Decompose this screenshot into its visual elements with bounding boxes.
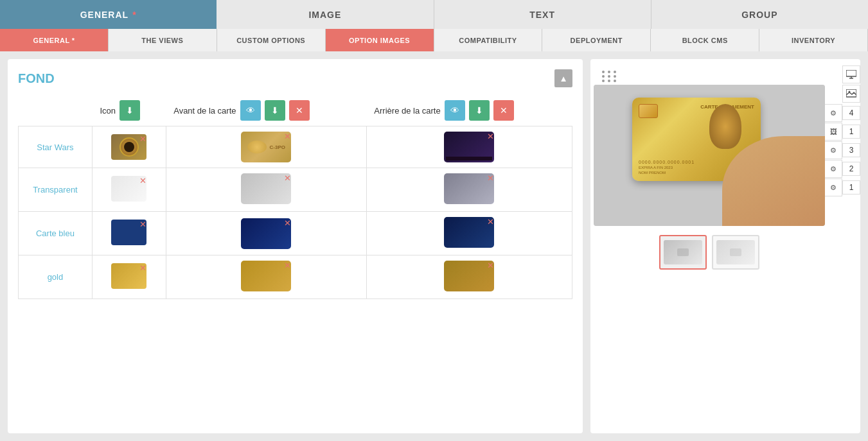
delete-icon-g-avant[interactable]: ✕ xyxy=(284,261,291,270)
tab-image[interactable]: IMAGE xyxy=(217,0,434,29)
settings-button-2[interactable]: ⚙ xyxy=(824,160,842,178)
tab-group[interactable]: GROUP xyxy=(651,0,868,29)
ctrl-row-4: ⚙ 4 xyxy=(824,104,860,122)
table-row: gold ✕ ✕ xyxy=(19,255,572,299)
row-label-cartebleu: Carte bleu xyxy=(19,212,93,255)
settings-button-4[interactable]: ⚙ xyxy=(824,104,842,122)
card-chip xyxy=(639,104,658,118)
controls-group-1: ⚙ 4 🖼 1 ⚙ 3 ⚙ 2 ⚙ 1 xyxy=(824,104,860,196)
right-controls-panel: ⚙ 4 🖼 1 ⚙ 3 ⚙ 2 ⚙ 1 xyxy=(824,65,860,196)
arriere-cell-transparent: ✕ xyxy=(366,168,572,212)
delete-icon-tr-avant[interactable]: ✕ xyxy=(284,173,291,183)
arriere-cell-cartebleu: ✕ xyxy=(366,212,572,255)
ctrl-row-1a: 🖼 1 xyxy=(824,123,860,141)
avant-cell-starwars: ✕ C-3PO xyxy=(166,126,366,168)
delete-icon-sw-arriere[interactable]: ✕ xyxy=(487,132,494,141)
table-row: Transparent ✕ ✕ xyxy=(19,168,572,212)
delete-icon-sw-icon[interactable]: ✕ xyxy=(139,134,146,144)
col-avant-header: Avant de la carte 👁 ⬇ ✕ xyxy=(166,95,366,126)
avant-view-button[interactable]: 👁 xyxy=(240,100,261,121)
monitor-icon-button[interactable] xyxy=(842,65,860,83)
icon-col-label: Icon xyxy=(100,106,116,116)
thumb2-card xyxy=(716,240,755,264)
arriere-cell-starwars: ✕ xyxy=(366,126,572,168)
table-row: Carte bleu ✕ ✕ xyxy=(19,212,572,255)
delete-icon-cb-avant[interactable]: ✕ xyxy=(284,218,291,228)
download-icon-3: ⬇ xyxy=(475,105,483,116)
avant-cell-gold: ✕ xyxy=(166,255,366,299)
tab-group-label: GROUP xyxy=(741,10,777,20)
image-icon-button[interactable] xyxy=(842,85,860,103)
thumbnail-2[interactable] xyxy=(712,235,759,270)
icon-cell-starwars: ✕ xyxy=(92,126,166,168)
preview-bg: CARTE DE PAIEMENT 0000.0000.0000.0001 EX… xyxy=(594,85,825,226)
subtab-deployment[interactable]: DEPLOYMENT xyxy=(542,29,651,51)
col-empty xyxy=(19,95,93,126)
subtab-blockcms[interactable]: BLOCK CMS xyxy=(651,29,759,51)
icon-cell-gold: ✕ xyxy=(92,255,166,299)
col-icon-header: Icon ⬇ xyxy=(92,95,166,126)
subtab-deployment-label: DEPLOYMENT xyxy=(571,37,623,44)
close-icon-2: ✕ xyxy=(500,105,508,116)
subtab-optionimages[interactable]: OPTION IMAGES xyxy=(326,29,434,51)
tab-general-asterisk: * xyxy=(132,10,136,20)
eye-icon: 👁 xyxy=(246,105,255,116)
tab-general[interactable]: GENERAL * xyxy=(0,0,217,29)
delete-icon-g-arriere[interactable]: ✕ xyxy=(487,261,494,270)
ctrl-row-1b: ⚙ 1 xyxy=(824,178,860,196)
delete-icon-g-icon[interactable]: ✕ xyxy=(139,263,146,273)
icon-cell-transparent: ✕ xyxy=(92,168,166,212)
arriere-upload-button[interactable]: ⬇ xyxy=(469,100,490,121)
thumb2-inner xyxy=(730,248,741,256)
close-icon: ✕ xyxy=(296,105,303,116)
icon-cell-cartebleu: ✕ xyxy=(92,212,166,255)
thumb1-inner xyxy=(677,248,689,256)
settings-button-1b[interactable]: ⚙ xyxy=(824,178,842,196)
eye-icon-2: 👁 xyxy=(450,105,459,116)
images-table: Icon ⬇ Avant de la carte 👁 xyxy=(18,95,572,299)
arriere-delete-button[interactable]: ✕ xyxy=(493,100,514,121)
delete-icon-sw-avant[interactable]: ✕ xyxy=(284,132,291,141)
subtab-inventory-label: INVENTORY xyxy=(792,37,835,44)
subtab-theviews-label: THE VIEWS xyxy=(141,37,183,44)
image-icon xyxy=(846,89,856,98)
tab-general-label: GENERAL xyxy=(80,10,128,20)
thumbnail-1[interactable] xyxy=(659,235,707,270)
delete-icon-cb-arriere[interactable]: ✕ xyxy=(487,217,494,227)
card-preview-container: CARTE DE PAIEMENT 0000.0000.0000.0001 EX… xyxy=(594,85,825,226)
subtab-compatibility[interactable]: COMPATIBILITY xyxy=(434,29,543,51)
chevron-up-icon: ▲ xyxy=(559,74,567,83)
image-button-1a[interactable]: 🖼 xyxy=(824,123,842,141)
subtab-customoptions[interactable]: CUSTOM OPTIONS xyxy=(217,29,326,51)
subtab-theviews[interactable]: THE VIEWS xyxy=(109,29,217,51)
settings-button-3[interactable]: ⚙ xyxy=(824,141,842,159)
download-icon: ⬇ xyxy=(126,105,134,116)
thumb1-card xyxy=(664,240,702,264)
count-2: 2 xyxy=(842,162,860,176)
arriere-view-button[interactable]: 👁 xyxy=(445,100,465,121)
right-panel: ⚙ 4 🖼 1 ⚙ 3 ⚙ 2 ⚙ 1 xyxy=(590,59,860,433)
avant-delete-button[interactable]: ✕ xyxy=(289,100,310,121)
col-arriere-header: Arrière de la carte 👁 ⬇ ✕ xyxy=(366,95,572,126)
delete-icon-cb-icon[interactable]: ✕ xyxy=(139,220,146,229)
avant-cell-transparent: ✕ xyxy=(166,168,366,212)
row-label-starwars: Star Wars xyxy=(19,126,93,168)
arriere-col-label: Arrière de la carte xyxy=(374,106,440,116)
row-label-transparent: Transparent xyxy=(19,168,93,212)
monitor-icon xyxy=(846,70,856,79)
subtab-general[interactable]: GENERAL * xyxy=(0,29,109,51)
fond-label: FOND xyxy=(18,71,55,86)
delete-icon-tr-icon[interactable]: ✕ xyxy=(139,176,146,186)
subtab-customoptions-label: CUSTOM OPTIONS xyxy=(236,37,305,44)
avant-cell-cartebleu: ✕ xyxy=(166,212,366,255)
arriere-cell-gold: ✕ xyxy=(366,255,572,299)
subtab-general-label: GENERAL xyxy=(33,37,69,44)
c3po-image xyxy=(709,104,741,149)
delete-icon-tr-arriere[interactable]: ✕ xyxy=(487,173,494,183)
tab-text[interactable]: TEXT xyxy=(434,0,651,29)
subtab-inventory[interactable]: INVENTORY xyxy=(759,29,868,51)
subtab-blockcms-label: BLOCK CMS xyxy=(682,37,728,44)
icon-upload-button[interactable]: ⬇ xyxy=(120,100,140,121)
collapse-button[interactable]: ▲ xyxy=(554,69,572,87)
avant-upload-button[interactable]: ⬇ xyxy=(265,100,285,121)
